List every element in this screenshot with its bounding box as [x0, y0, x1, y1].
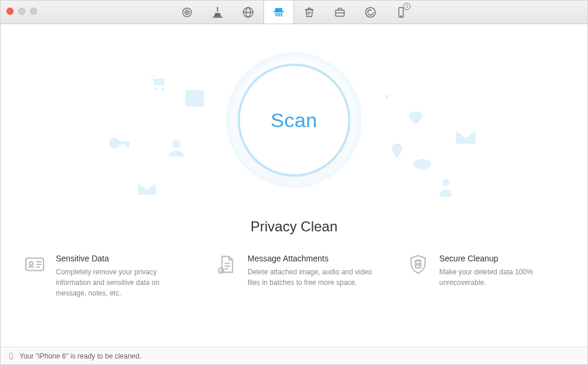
tab-target[interactable] [172, 1, 202, 24]
svg-point-29 [11, 358, 12, 359]
tab-browser[interactable] [233, 1, 263, 24]
feature-title: Secure Cleanup [439, 254, 564, 263]
titlebar: 1 [1, 1, 587, 24]
shield-trash-icon [407, 254, 431, 277]
svg-rect-20 [185, 90, 204, 107]
broom-icon [211, 6, 224, 19]
svg-rect-17 [126, 141, 130, 148]
window-controls [6, 8, 37, 15]
svg-point-14 [400, 15, 401, 16]
svg-rect-10 [281, 12, 282, 16]
svg-point-22 [413, 159, 431, 170]
svg-point-15 [109, 138, 120, 148]
cart-icon [147, 71, 169, 96]
target-icon [181, 6, 193, 19]
tab-recycle[interactable] [294, 1, 325, 24]
id-card-icon [24, 254, 48, 277]
svg-point-23 [442, 179, 449, 186]
svg-point-26 [219, 268, 224, 273]
tab-device[interactable]: 1 [386, 1, 416, 24]
tab-cleanup[interactable] [202, 1, 233, 24]
feature-desc: Delete attached image, audio and video f… [248, 267, 372, 288]
scan-area: Scan [226, 52, 362, 188]
scan-button-label: Scan [270, 109, 318, 132]
minimize-window-button[interactable] [18, 8, 25, 15]
tab-privacy[interactable] [263, 1, 294, 24]
refresh-icon [364, 6, 377, 19]
shredder-icon [272, 6, 285, 19]
mail-icon [135, 177, 159, 203]
svg-rect-9 [279, 12, 280, 15]
features-row: Sensitive Data Completely remove your pr… [1, 254, 587, 298]
mail-icon [453, 124, 479, 152]
globe-icon [242, 6, 255, 19]
svg-point-2 [186, 11, 188, 12]
heart-icon [406, 107, 426, 129]
scan-button[interactable]: Scan [240, 66, 348, 174]
toolbar: 1 [172, 1, 416, 24]
feature-message-attachments: Message Attachments Delete attached imag… [216, 254, 372, 298]
maximize-window-button[interactable] [30, 8, 37, 15]
svg-point-19 [162, 88, 165, 91]
document-attachment-icon [216, 254, 239, 277]
feature-secure-cleanup: Secure Cleanup Make your deleted data 10… [407, 254, 564, 298]
main-content: Scan Privacy Clean Sensitive Data Comple… [1, 24, 587, 347]
tab-toolbox[interactable] [325, 1, 355, 24]
feature-title: Sensitive Data [56, 254, 181, 263]
money-icon [435, 177, 456, 201]
feature-desc: Make your deleted data 100% unrecoverabl… [439, 267, 564, 288]
feature-desc: Completely remove your privacy informati… [56, 267, 181, 298]
phone-icon [8, 351, 15, 361]
eye-icon [412, 154, 433, 177]
key-icon [106, 130, 132, 158]
svg-rect-6 [274, 11, 284, 12]
svg-rect-8 [278, 12, 279, 16]
briefcase-icon [333, 6, 346, 19]
recycle-bin-icon [303, 6, 316, 19]
feature-sensitive-data: Sensitive Data Completely remove your pr… [24, 254, 181, 298]
pin-icon [388, 142, 406, 162]
svg-rect-16 [119, 141, 129, 145]
svg-point-25 [29, 262, 33, 266]
scan-ring: Scan [226, 52, 362, 188]
photo-icon [182, 86, 207, 113]
close-window-button[interactable] [6, 8, 14, 15]
svg-rect-7 [276, 12, 277, 15]
tab-refresh[interactable] [355, 1, 386, 24]
person-icon [165, 136, 188, 162]
status-text: Your "iPhone 6" is ready to be cleaned. [19, 352, 142, 360]
feature-title: Message Attachments [248, 254, 372, 263]
statusbar: Your "iPhone 6" is ready to be cleaned. [1, 347, 587, 364]
device-count-badge: 1 [403, 3, 410, 10]
arrow-down-icon [376, 83, 397, 107]
svg-rect-3 [213, 16, 223, 18]
svg-point-18 [154, 88, 157, 91]
page-title: Privacy Clean [1, 218, 587, 235]
svg-point-12 [366, 7, 376, 17]
app-window: 1 Scan Privacy Cl [0, 0, 588, 365]
svg-point-21 [172, 140, 180, 148]
